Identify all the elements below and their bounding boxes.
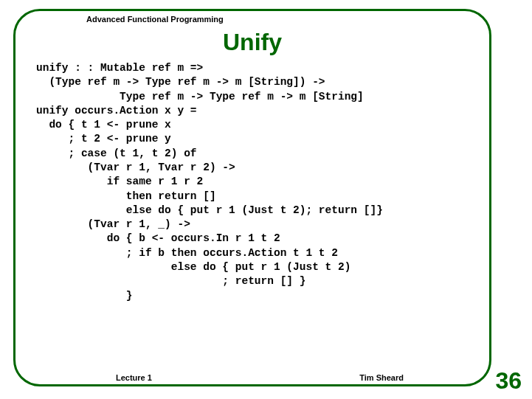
page-number: 36 [495,367,522,395]
slide-frame: Advanced Functional Programming Unify un… [13,9,491,386]
slide-title: Unify [15,29,489,56]
lecture-label: Lecture 1 [111,373,156,382]
code-block: unify : : Mutable ref m => (Type ref m -… [36,61,383,303]
course-header: Advanced Functional Programming [82,15,228,24]
author-label: Tim Sheard [355,373,408,382]
